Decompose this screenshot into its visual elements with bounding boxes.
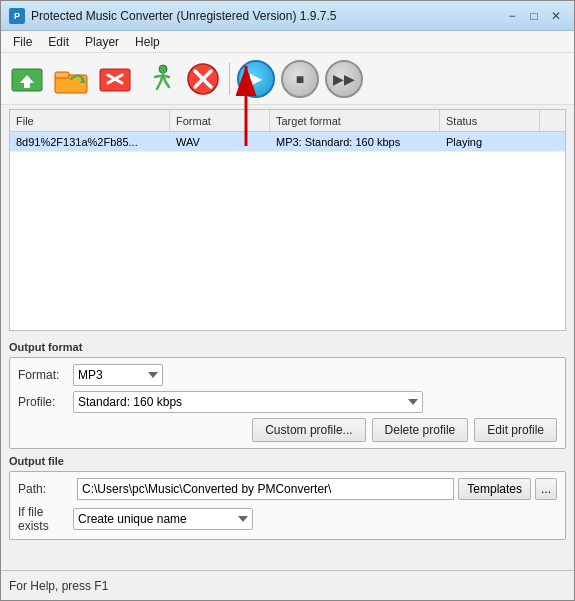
- run-button[interactable]: [139, 59, 179, 99]
- status-bar: For Help, press F1: [1, 570, 574, 600]
- if-exists-label: If file exists: [18, 505, 73, 533]
- path-input[interactable]: [77, 478, 454, 500]
- main-content-area: File Format Target format Status 8d91%2F…: [1, 105, 574, 335]
- stop-play-button[interactable]: ■: [280, 59, 320, 99]
- minimize-button[interactable]: −: [502, 6, 522, 26]
- close-button[interactable]: ✕: [546, 6, 566, 26]
- add-file-button[interactable]: [7, 59, 47, 99]
- edit-profile-button[interactable]: Edit profile: [474, 418, 557, 442]
- column-header-status: Status: [440, 110, 540, 131]
- main-window: P Protected Music Converter (Unregistere…: [0, 0, 575, 601]
- menu-bar: File Edit Player Help: [1, 31, 574, 53]
- add-file-icon: [9, 61, 45, 97]
- menu-help[interactable]: Help: [127, 33, 168, 51]
- menu-player[interactable]: Player: [77, 33, 127, 51]
- skip-icon: ▶▶: [325, 60, 363, 98]
- play-icon: ▶: [237, 60, 275, 98]
- column-header-target: Target format: [270, 110, 440, 131]
- profile-select[interactable]: Standard: 160 kbps High: 320 kbps Low: 1…: [73, 391, 423, 413]
- output-format-title: Output format: [9, 341, 566, 353]
- path-label: Path:: [18, 482, 73, 496]
- window-controls: − □ ✕: [502, 6, 566, 26]
- run-icon: [141, 61, 177, 97]
- file-target-cell: MP3: Standard: 160 kbps: [270, 134, 440, 150]
- menu-file[interactable]: File: [5, 33, 40, 51]
- column-header-file: File: [10, 110, 170, 131]
- output-file-section: Output file Path: Templates ... If file …: [9, 455, 566, 540]
- stop-button[interactable]: [183, 59, 223, 99]
- stop-icon: [185, 61, 221, 97]
- profile-row: Profile: Standard: 160 kbps High: 320 kb…: [18, 391, 557, 413]
- status-text: For Help, press F1: [9, 579, 108, 593]
- file-status-cell: Playing: [440, 134, 540, 150]
- remove-button[interactable]: [95, 59, 135, 99]
- window-title: Protected Music Converter (Unregistered …: [31, 9, 502, 23]
- svg-rect-4: [55, 72, 69, 78]
- file-name-cell: 8d91%2F131a%2Fb85...: [10, 134, 170, 150]
- output-file-title: Output file: [9, 455, 566, 467]
- title-bar: P Protected Music Converter (Unregistere…: [1, 1, 574, 31]
- profile-buttons-row: Custom profile... Delete profile Edit pr…: [18, 418, 557, 442]
- toolbar-separator: [229, 63, 230, 95]
- if-exists-row: If file exists Create unique name Overwr…: [18, 505, 557, 533]
- path-row: Path: Templates ...: [18, 478, 557, 500]
- delete-profile-button[interactable]: Delete profile: [372, 418, 469, 442]
- format-label: Format:: [18, 368, 73, 382]
- format-select[interactable]: MP3 AAC WAV FLAC OGG: [73, 364, 163, 386]
- remove-icon: [97, 61, 133, 97]
- table-row[interactable]: 8d91%2F131a%2Fb85... WAV MP3: Standard: …: [10, 132, 565, 152]
- output-file-box: Path: Templates ... If file exists Creat…: [9, 471, 566, 540]
- skip-button[interactable]: ▶▶: [324, 59, 364, 99]
- if-exists-select[interactable]: Create unique name Overwrite Skip: [73, 508, 253, 530]
- play-button[interactable]: ▶: [236, 59, 276, 99]
- output-format-section: Output format Format: MP3 AAC WAV FLAC O…: [9, 341, 566, 449]
- output-format-box: Format: MP3 AAC WAV FLAC OGG Profile: St…: [9, 357, 566, 449]
- add-folder-button[interactable]: [51, 59, 91, 99]
- file-format-cell: WAV: [170, 134, 270, 150]
- add-folder-icon: [53, 61, 89, 97]
- format-row: Format: MP3 AAC WAV FLAC OGG: [18, 364, 557, 386]
- maximize-button[interactable]: □: [524, 6, 544, 26]
- app-icon: P: [9, 8, 25, 24]
- menu-edit[interactable]: Edit: [40, 33, 77, 51]
- stop-play-icon: ■: [281, 60, 319, 98]
- svg-rect-2: [24, 83, 30, 88]
- file-list-container: File Format Target format Status 8d91%2F…: [9, 109, 566, 331]
- templates-button[interactable]: Templates: [458, 478, 531, 500]
- profile-label: Profile:: [18, 395, 73, 409]
- browse-button[interactable]: ...: [535, 478, 557, 500]
- file-list-header: File Format Target format Status: [10, 110, 565, 132]
- custom-profile-button[interactable]: Custom profile...: [252, 418, 365, 442]
- toolbar: ▶ ■ ▶▶: [1, 53, 574, 105]
- column-header-format: Format: [170, 110, 270, 131]
